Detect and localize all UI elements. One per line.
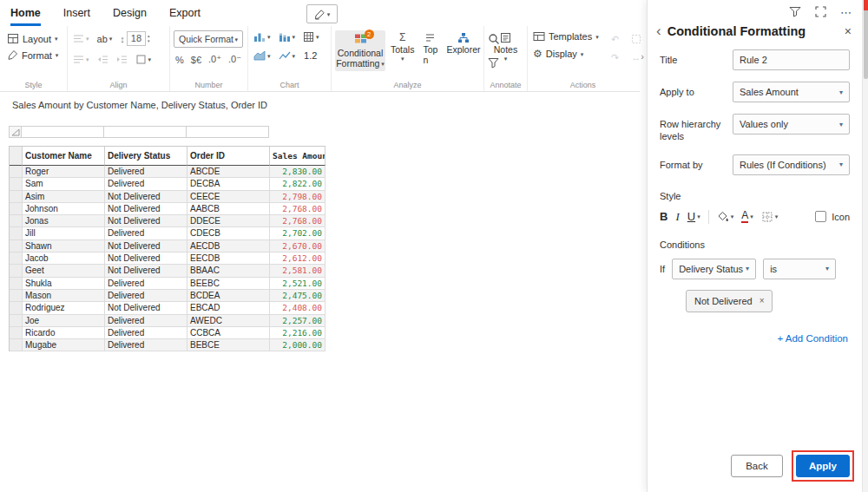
cell-sales-amount[interactable]: 2,612.00 <box>270 253 326 265</box>
cell-customer-name[interactable]: Geet <box>23 265 105 277</box>
row-hierarchy-select[interactable]: Values only ▾ <box>733 114 850 134</box>
cell-delivery-status[interactable]: Not Delivered <box>105 215 187 227</box>
cell-order-id[interactable]: BCDEA <box>187 290 270 302</box>
font-size-control[interactable]: ↕ 18 ▴▾ <box>118 30 151 47</box>
selection-frame-icon[interactable] <box>629 34 643 46</box>
header-sales-amount[interactable]: Sales Amount <box>270 147 326 166</box>
row-handle[interactable] <box>10 227 23 239</box>
cell-order-id[interactable]: AABCB <box>187 203 270 215</box>
area-chart-button[interactable]: ▾ <box>252 49 273 62</box>
cell-delivery-status[interactable]: Not Delivered <box>105 191 187 203</box>
cell-order-id[interactable]: EBCAD <box>187 302 270 314</box>
cell-order-id[interactable]: DECBA <box>187 178 270 190</box>
rule-title-input[interactable] <box>733 49 850 70</box>
layout-button[interactable]: Layout ▾ <box>3 30 63 47</box>
text-wrap-button[interactable]: ab ▾ <box>95 33 115 45</box>
table-view-button[interactable]: ▾ <box>301 30 321 43</box>
table-row[interactable]: ShuklaDeliveredBEEBC2,521.00 <box>10 278 326 290</box>
row-handle[interactable] <box>10 315 23 327</box>
cell-sales-amount[interactable]: 2,475.00 <box>270 290 326 302</box>
cell-delivery-status[interactable]: Delivered <box>105 315 187 327</box>
display-button[interactable]: ⚙ Display ▾ <box>531 48 601 60</box>
horizontal-align-button[interactable]: ▾ <box>71 54 91 65</box>
cell-order-id[interactable]: CEECE <box>187 191 270 203</box>
tab-insert[interactable]: Insert <box>63 0 90 26</box>
scrollbar-thumb[interactable] <box>864 3 868 79</box>
row-handle[interactable] <box>10 178 23 190</box>
tab-home[interactable]: Home <box>10 0 41 26</box>
cell-delivery-status[interactable]: Delivered <box>105 278 187 290</box>
cell-customer-name[interactable]: Asim <box>23 191 105 203</box>
builder-cell[interactable] <box>104 126 187 138</box>
tab-export[interactable]: Export <box>169 0 201 26</box>
condition-value-token[interactable]: Not Delivered × <box>686 290 773 312</box>
cell-customer-name[interactable]: Shawn <box>23 240 105 253</box>
fullscreen-button[interactable] <box>815 5 826 21</box>
table-row[interactable]: SamDeliveredDECBA2,822.00 <box>10 178 326 190</box>
cell-order-id[interactable]: AECDB <box>187 240 270 253</box>
cell-sales-amount[interactable]: 2,521.00 <box>270 278 326 290</box>
cell-sales-amount[interactable]: 2,798.00 <box>270 191 326 203</box>
cell-customer-name[interactable]: Johnson <box>23 203 105 215</box>
line-chart-button[interactable]: ▾ <box>277 49 298 62</box>
panel-back-icon[interactable]: ‹ <box>656 23 661 38</box>
indent-decrease-button[interactable] <box>95 54 110 65</box>
decimal-places-button[interactable]: 1.2 <box>301 50 319 61</box>
row-handle[interactable] <box>10 278 23 290</box>
tab-design[interactable]: Design <box>113 0 147 26</box>
cell-order-id[interactable]: BEBCE <box>187 339 270 351</box>
table-row[interactable]: MasonDeliveredBCDEA2,475.00 <box>10 290 326 302</box>
increase-decimal-button[interactable]: .0⁺ <box>208 54 221 65</box>
templates-button[interactable]: Templates ▾ <box>531 30 601 43</box>
font-size-value[interactable]: 18 <box>127 31 146 46</box>
cell-sales-amount[interactable]: 2,000.00 <box>270 339 326 351</box>
format-by-select[interactable]: Rules (If Conditions) ▾ <box>733 154 850 175</box>
vertical-align-button[interactable]: ▾ <box>71 33 91 44</box>
cell-order-id[interactable]: DDECE <box>187 215 270 227</box>
story-filter-button[interactable] <box>789 5 801 21</box>
cell-order-id[interactable]: AWEDC <box>187 315 270 327</box>
cell-customer-name[interactable]: Mason <box>23 290 105 302</box>
cell-delivery-status[interactable]: Delivered <box>105 290 187 302</box>
decrease-decimal-button[interactable]: .0⁻ <box>228 54 241 65</box>
icon-checkbox[interactable]: Icon <box>815 211 850 222</box>
cell-sales-amount[interactable]: 2,257.00 <box>270 315 326 327</box>
vertical-scrollbar[interactable] <box>862 0 868 492</box>
cell-customer-name[interactable]: Sam <box>23 178 105 190</box>
table-row[interactable]: RogerDeliveredABCDE2,830.00 <box>10 166 326 178</box>
cell-delivery-status[interactable]: Not Delivered <box>105 203 187 215</box>
underline-button[interactable]: U ▾ <box>687 210 700 223</box>
row-handle[interactable] <box>10 339 23 351</box>
table-row[interactable]: JoeDeliveredAWEDC2,257.00 <box>10 315 326 327</box>
remove-token-icon[interactable]: × <box>760 296 765 305</box>
cell-delivery-status[interactable]: Not Delivered <box>105 265 187 277</box>
cell-customer-name[interactable]: Shukla <box>23 278 105 290</box>
table-row[interactable]: GeetNot DeliveredBBAAC2,581.00 <box>10 265 326 277</box>
row-handle[interactable] <box>10 265 23 277</box>
cell-sales-amount[interactable]: 2,702.00 <box>270 227 326 239</box>
cell-sales-amount[interactable]: 2,830.00 <box>270 166 326 178</box>
builder-cell[interactable] <box>22 126 104 138</box>
format-button[interactable]: Format ▾ <box>3 47 63 63</box>
fill-color-button[interactable]: ▾ <box>717 211 734 222</box>
add-condition-link[interactable]: + Add Condition <box>661 333 848 344</box>
cell-order-id[interactable]: BEEBC <box>187 278 270 290</box>
indent-increase-button[interactable] <box>115 54 129 65</box>
redo-icon[interactable]: ↷ <box>608 52 622 63</box>
bold-button[interactable]: B <box>660 210 667 223</box>
header-order-id[interactable]: Order ID <box>187 147 270 166</box>
panel-close-icon[interactable]: × <box>845 24 852 38</box>
table-corner-selector[interactable] <box>9 126 22 138</box>
cell-sales-amount[interactable]: 2,670.00 <box>270 240 326 253</box>
cell-order-id[interactable]: CCBCA <box>187 327 270 339</box>
cell-sales-amount[interactable]: 2,408.00 <box>270 302 326 314</box>
cell-customer-name[interactable]: Jonas <box>23 215 105 227</box>
row-handle[interactable] <box>10 166 23 178</box>
currency-format-button[interactable]: $€ <box>191 55 201 65</box>
cell-order-id[interactable]: BBAAC <box>187 265 270 277</box>
header-delivery-status[interactable]: Delivery Status <box>105 147 187 166</box>
table-row[interactable]: JohnsonNot DeliveredAABCB2,768.00 <box>10 203 326 215</box>
edit-mode-button[interactable]: ▾ <box>306 4 338 23</box>
undo-icon[interactable]: ↶ <box>608 34 622 46</box>
table-row[interactable]: JillDeliveredCDECB2,702.00 <box>10 227 326 239</box>
